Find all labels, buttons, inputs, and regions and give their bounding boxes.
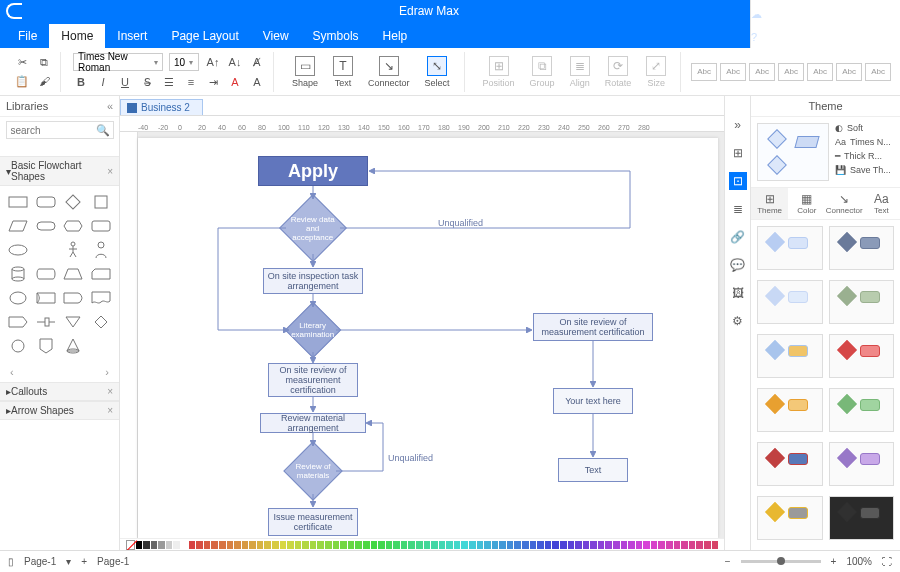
theme-tool-icon[interactable]: ⊡ — [729, 172, 747, 190]
color-swatch[interactable] — [317, 541, 324, 549]
color-swatch[interactable] — [310, 541, 317, 549]
color-swatch[interactable] — [446, 541, 453, 549]
node-text[interactable]: Text — [558, 458, 628, 482]
theme-swatch[interactable] — [757, 226, 823, 270]
shape-roundrect2[interactable] — [89, 216, 113, 236]
color-swatch[interactable] — [704, 541, 711, 549]
shape-delay[interactable] — [34, 312, 58, 332]
underline-icon[interactable]: U — [117, 74, 133, 90]
layers-icon[interactable]: ≣ — [729, 200, 747, 218]
style-chip[interactable]: Abc — [691, 63, 717, 81]
shape-square[interactable] — [89, 192, 113, 212]
shape-parallelogram[interactable] — [6, 216, 30, 236]
color-swatch[interactable] — [658, 541, 665, 549]
color-swatch[interactable] — [712, 541, 719, 549]
color-swatch[interactable] — [242, 541, 249, 549]
menu-view[interactable]: View — [251, 24, 301, 48]
color-swatch[interactable] — [196, 541, 203, 549]
color-swatch[interactable] — [416, 541, 423, 549]
canvas[interactable]: Apply Review data and acceptance Unquali… — [138, 138, 718, 538]
shape-trap[interactable] — [62, 264, 86, 284]
opt-font[interactable]: AaTimes N... — [835, 137, 891, 147]
shape-ellipse2[interactable] — [6, 288, 30, 308]
color-swatch[interactable] — [636, 541, 643, 549]
indent-icon[interactable]: ⇥ — [205, 74, 221, 90]
select-tool[interactable]: ⤡Select — [419, 56, 456, 88]
color-swatch[interactable] — [537, 541, 544, 549]
theme-swatch[interactable] — [757, 388, 823, 432]
color-swatch[interactable] — [378, 541, 385, 549]
node-review-arrangement[interactable]: Review material arrangement — [260, 413, 366, 433]
fit-page-icon[interactable]: ⛶ — [882, 556, 892, 567]
shape-rect[interactable] — [6, 192, 30, 212]
collapse-libraries-icon[interactable]: « — [107, 100, 113, 112]
font-name-select[interactable]: Times New Roman▾ — [73, 53, 163, 71]
close-section-icon[interactable]: × — [107, 405, 113, 416]
shape-roundrect[interactable] — [34, 192, 58, 212]
highlight-icon[interactable]: A — [249, 74, 265, 90]
bullets-icon[interactable]: ☰ — [161, 74, 177, 90]
tab-connector[interactable]: ↘Connector — [826, 188, 863, 219]
color-swatch[interactable] — [204, 541, 211, 549]
shape-pent[interactable] — [6, 312, 30, 332]
link-icon[interactable]: 🔗 — [729, 228, 747, 246]
color-swatch[interactable] — [651, 541, 658, 549]
shape-blank[interactable] — [34, 240, 58, 260]
page-label[interactable]: Page-1 — [24, 556, 56, 567]
shape-diamond2[interactable] — [89, 312, 113, 332]
tab-theme[interactable]: ⊞Theme — [751, 188, 788, 219]
menu-home[interactable]: Home — [49, 24, 105, 48]
color-swatch[interactable] — [295, 541, 302, 549]
color-swatch[interactable] — [340, 541, 347, 549]
bold-icon[interactable]: B — [73, 74, 89, 90]
color-swatch[interactable] — [689, 541, 696, 549]
node-literary[interactable]: Literary examination — [285, 302, 342, 359]
color-swatch[interactable] — [234, 541, 241, 549]
color-swatch[interactable] — [272, 541, 279, 549]
menu-insert[interactable]: Insert — [105, 24, 159, 48]
color-swatch[interactable] — [583, 541, 590, 549]
color-swatch[interactable] — [151, 541, 158, 549]
color-swatch[interactable] — [158, 541, 165, 549]
connector-tool[interactable]: ↘Connector — [362, 56, 416, 88]
section-arrows[interactable]: ▸ Arrow Shapes× — [0, 401, 119, 420]
color-swatch[interactable] — [552, 541, 559, 549]
image-icon[interactable]: 🖼 — [729, 284, 747, 302]
color-swatch[interactable] — [499, 541, 506, 549]
color-swatch[interactable] — [393, 541, 400, 549]
color-swatch[interactable] — [674, 541, 681, 549]
canvas-tab[interactable]: Business 2 — [120, 99, 203, 115]
shape-cone[interactable] — [62, 336, 86, 356]
tab-color[interactable]: ▦Color — [788, 188, 825, 219]
color-swatch[interactable] — [492, 541, 499, 549]
close-section-icon[interactable]: × — [107, 386, 113, 397]
color-swatch[interactable] — [598, 541, 605, 549]
shape-actor[interactable] — [62, 240, 86, 260]
color-swatch[interactable] — [173, 541, 180, 549]
text-tool[interactable]: TText — [327, 56, 359, 88]
color-swatch[interactable] — [469, 541, 476, 549]
node-issue-cert[interactable]: Issue measurement certificate — [268, 508, 358, 536]
color-swatch[interactable] — [136, 541, 143, 549]
next-icon[interactable]: › — [105, 366, 109, 378]
format-painter-icon[interactable]: 🖌 — [36, 73, 52, 89]
color-swatch[interactable] — [166, 541, 173, 549]
color-swatch[interactable] — [605, 541, 612, 549]
shape-ellipse[interactable] — [6, 240, 30, 260]
copy-icon[interactable]: ⧉ — [36, 54, 52, 70]
style-chip[interactable]: Abc — [720, 63, 746, 81]
color-swatch[interactable] — [545, 541, 552, 549]
comment-icon[interactable]: 💬 — [729, 256, 747, 274]
color-swatch[interactable] — [355, 541, 362, 549]
prev-icon[interactable]: ‹ — [10, 366, 14, 378]
clear-format-icon[interactable]: A̸ — [249, 54, 265, 70]
cut-icon[interactable]: ✂ — [14, 54, 30, 70]
shape-cylinder[interactable] — [6, 264, 30, 284]
color-swatch[interactable] — [302, 541, 309, 549]
shape-cap2[interactable] — [62, 288, 86, 308]
add-page-icon[interactable]: + — [81, 556, 87, 567]
color-swatch[interactable] — [575, 541, 582, 549]
color-swatch[interactable] — [371, 541, 378, 549]
style-chip[interactable]: Abc — [836, 63, 862, 81]
shape-diamond[interactable] — [62, 192, 86, 212]
